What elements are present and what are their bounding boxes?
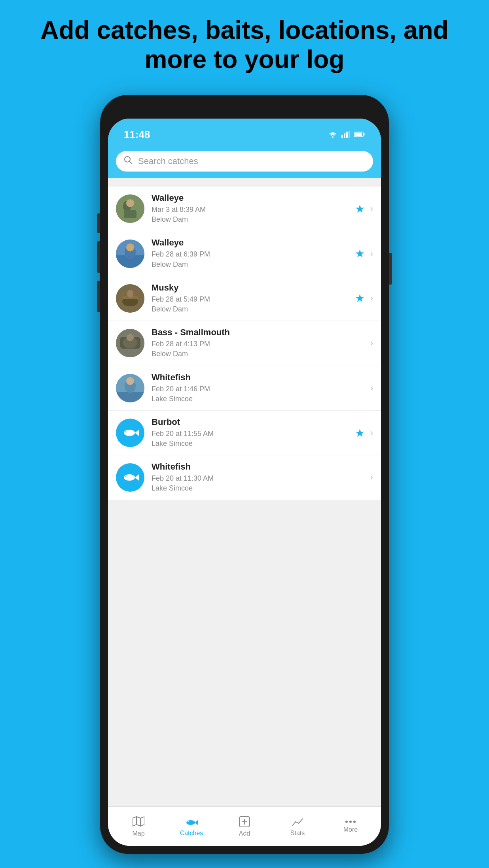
nav-label-map: Map — [132, 830, 144, 837]
volume-down-button — [97, 281, 100, 312]
stats-icon — [292, 816, 303, 827]
catch-item[interactable]: Musky Feb 28 at 5:49 PM Below Dam ★ › — [108, 276, 381, 321]
svg-marker-37 — [133, 817, 136, 826]
catch-actions: › — [370, 338, 373, 348]
signal-icon — [341, 131, 350, 138]
nav-item-stats[interactable]: Stats — [271, 816, 324, 837]
nav-label-stats: Stats — [290, 830, 305, 837]
catch-avatar — [116, 463, 144, 492]
nav-item-more[interactable]: More — [324, 820, 377, 833]
fish-icon — [121, 469, 139, 486]
svg-marker-36 — [136, 817, 140, 826]
catch-date: Feb 20 at 11:55 AM — [152, 429, 348, 439]
catch-item[interactable]: Walleye Feb 28 at 6:39 PM Below Dam ★ › — [108, 231, 381, 276]
catch-location: Below Dam — [152, 260, 348, 270]
status-bar: 11:48 — [108, 119, 381, 150]
catch-avatar — [116, 374, 144, 402]
chevron-right-icon[interactable]: › — [370, 428, 373, 438]
status-icons — [328, 131, 365, 138]
bottom-nav: Map Catches — [108, 806, 381, 846]
catch-name: Walleye — [152, 238, 348, 248]
catch-item[interactable]: Whitefish Feb 20 at 1:46 PM Lake Simcoe … — [108, 366, 381, 411]
map-icon — [133, 816, 144, 828]
nav-item-map[interactable]: Map — [112, 816, 165, 837]
more-icon — [345, 820, 356, 824]
chevron-right-icon[interactable]: › — [370, 338, 373, 348]
svg-marker-38 — [140, 817, 144, 826]
catch-name: Burbot — [152, 417, 348, 427]
wifi-icon — [328, 131, 337, 138]
nav-item-add[interactable]: Add — [218, 816, 271, 837]
hero-text: Add catches, baits, locations, and more … — [0, 0, 489, 82]
catch-actions: ★ › — [355, 202, 373, 215]
phone-device: 11:48 — [100, 95, 389, 854]
catch-actions: › — [370, 383, 373, 393]
catch-name: Whitefish — [152, 372, 363, 383]
nav-label-more: More — [343, 826, 358, 833]
svg-point-0 — [332, 136, 334, 138]
catch-list[interactable]: Walleye Mar 3 at 8:39 AM Below Dam ★ › — [108, 187, 381, 806]
catch-date: Feb 20 at 11:30 AM — [152, 474, 363, 483]
chevron-right-icon[interactable]: › — [370, 383, 373, 393]
catch-location: Lake Simcoe — [152, 394, 363, 404]
search-container: Search catches — [108, 147, 381, 178]
svg-point-21 — [127, 290, 133, 298]
catch-location: Lake Simcoe — [152, 483, 363, 493]
catch-item[interactable]: Walleye Mar 3 at 8:39 AM Below Dam ★ › — [108, 187, 381, 231]
catch-name: Musky — [152, 283, 348, 293]
catch-name: Bass - Smallmouth — [152, 327, 363, 338]
chevron-right-icon[interactable]: › — [370, 293, 373, 304]
svg-point-33 — [124, 474, 135, 481]
svg-line-9 — [129, 161, 132, 164]
search-bar[interactable]: Search catches — [116, 151, 373, 172]
power-button — [389, 253, 392, 285]
catch-actions: › — [370, 472, 373, 483]
catch-info: Bass - Smallmouth Feb 28 at 4:13 PM Belo… — [152, 327, 363, 359]
catch-avatar — [116, 284, 144, 313]
catch-avatar — [116, 419, 144, 447]
catch-name: Whitefish — [152, 462, 363, 472]
star-icon[interactable]: ★ — [355, 292, 365, 305]
star-icon[interactable]: ★ — [355, 247, 365, 260]
catch-avatar — [116, 194, 144, 223]
svg-point-45 — [345, 821, 348, 823]
nav-item-catches[interactable]: Catches — [165, 816, 218, 837]
catch-item[interactable]: Burbot Feb 20 at 11:55 AM Lake Simcoe ★ … — [108, 411, 381, 455]
nav-label-catches: Catches — [180, 830, 203, 837]
catch-item[interactable]: Whitefish Feb 20 at 11:30 AM Lake Simcoe… — [108, 455, 381, 500]
catch-actions: ★ › — [355, 426, 373, 440]
svg-point-17 — [126, 243, 134, 251]
catch-location: Below Dam — [152, 304, 348, 314]
phone-screen: 11:48 — [108, 119, 381, 846]
catch-item[interactable]: Bass - Smallmouth Feb 28 at 4:13 PM Belo… — [108, 321, 381, 366]
chevron-right-icon[interactable]: › — [370, 472, 373, 483]
catch-location: Below Dam — [152, 215, 348, 225]
chevron-right-icon[interactable]: › — [370, 249, 373, 259]
chevron-right-icon[interactable]: › — [370, 204, 373, 214]
volume-silent-button — [97, 213, 100, 233]
fish-icon — [121, 424, 139, 442]
search-input[interactable]: Search catches — [138, 156, 198, 166]
svg-rect-2 — [344, 133, 345, 138]
catch-list-inner: Walleye Mar 3 at 8:39 AM Below Dam ★ › — [108, 187, 381, 500]
catch-actions: ★ › — [355, 292, 373, 305]
catch-avatar — [116, 240, 144, 268]
catch-date: Feb 28 at 5:49 PM — [152, 294, 348, 304]
star-icon[interactable]: ★ — [355, 426, 365, 440]
catch-location: Lake Simcoe — [152, 439, 348, 449]
svg-point-12 — [126, 199, 134, 207]
svg-point-47 — [353, 821, 356, 823]
svg-rect-27 — [116, 392, 144, 402]
catch-date: Feb 28 at 6:39 PM — [152, 249, 348, 259]
svg-point-32 — [126, 431, 127, 432]
svg-point-29 — [126, 377, 134, 385]
svg-rect-6 — [364, 133, 365, 136]
battery-icon — [354, 132, 365, 137]
star-icon[interactable]: ★ — [355, 202, 365, 215]
nav-label-add: Add — [239, 830, 250, 837]
catch-info: Walleye Feb 28 at 6:39 PM Below Dam — [152, 238, 348, 269]
svg-rect-7 — [355, 133, 362, 136]
catch-info: Burbot Feb 20 at 11:55 AM Lake Simcoe — [152, 417, 348, 449]
svg-point-25 — [127, 334, 134, 341]
catch-actions: ★ › — [355, 247, 373, 260]
